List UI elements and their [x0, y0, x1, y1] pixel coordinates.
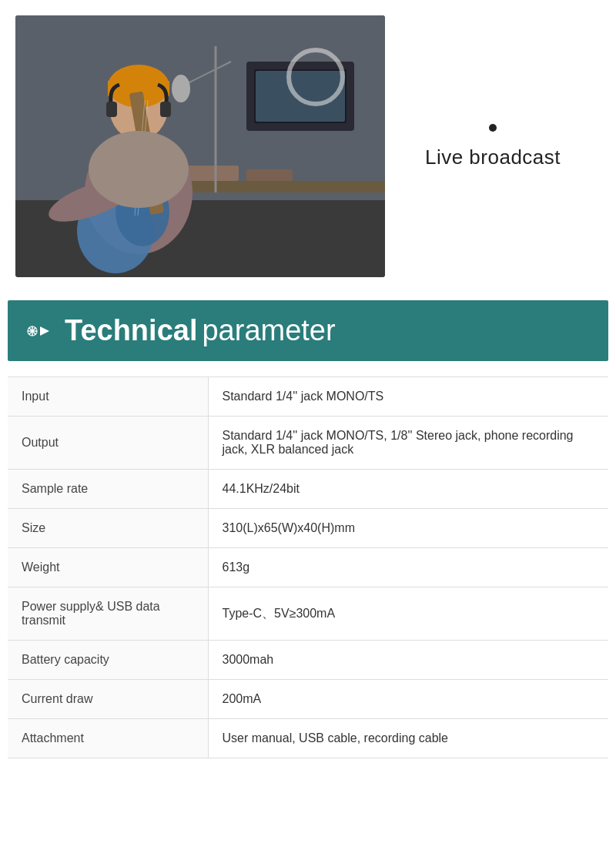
param-label: Attachment [8, 719, 208, 758]
table-row: Power supply& USB data transmitType-C、5V… [8, 587, 608, 641]
param-value: 3000mah [208, 641, 608, 680]
table-row: Weight613g [8, 548, 608, 587]
param-table-wrapper: InputStandard 1/4'' jack MONO/TSOutputSt… [8, 376, 608, 758]
table-row: Battery capacity3000mah [8, 641, 608, 680]
tech-header-text: Technicalparameter [65, 314, 336, 347]
param-label: Current draw [8, 680, 208, 719]
tech-bold-title: Technical [65, 314, 197, 346]
table-row: AttachmentUser manual, USB cable, record… [8, 719, 608, 758]
tech-regular-subtitle: parameter [202, 314, 335, 346]
param-value: Type-C、5V≥300mA [208, 587, 608, 641]
param-label: Sample rate [8, 470, 208, 509]
param-label: Weight [8, 548, 208, 587]
param-value: Standard 1/4'' jack MONO/TS, 1/8'' Stere… [208, 417, 608, 470]
table-row: Size310(L)x65(W)x40(H)mm [8, 509, 608, 548]
param-label: Battery capacity [8, 641, 208, 680]
table-row: InputStandard 1/4'' jack MONO/TS [8, 377, 608, 417]
param-label: Input [8, 377, 208, 417]
svg-rect-18 [160, 102, 171, 117]
right-panel: Live broadcast [385, 109, 601, 185]
svg-rect-17 [106, 102, 117, 117]
svg-point-25 [89, 131, 189, 208]
param-value: Standard 1/4'' jack MONO/TS [208, 377, 608, 417]
table-row: Current draw200mA [8, 680, 608, 719]
table-row: OutputStandard 1/4'' jack MONO/TS, 1/8''… [8, 417, 608, 470]
param-value: 310(L)x65(W)x40(H)mm [208, 509, 608, 548]
param-value: 613g [208, 548, 608, 587]
hero-photo [15, 15, 385, 277]
svg-point-11 [172, 75, 190, 102]
live-broadcast-label: Live broadcast [425, 146, 561, 169]
param-table: InputStandard 1/4'' jack MONO/TSOutputSt… [8, 376, 608, 758]
param-value: User manual, USB cable, recording cable [208, 719, 608, 758]
param-value: 44.1KHz/24bit [208, 470, 608, 509]
bullet-dot [489, 124, 497, 132]
top-section: Live broadcast [0, 0, 616, 300]
param-value: 200mA [208, 680, 608, 719]
tech-header-bar: Technicalparameter [8, 300, 608, 361]
svg-rect-8 [246, 169, 293, 181]
svg-marker-31 [40, 326, 49, 336]
param-label: Size [8, 509, 208, 548]
table-row: Sample rate44.1KHz/24bit [8, 470, 608, 509]
tech-icon [26, 317, 54, 345]
svg-rect-6 [169, 181, 385, 192]
param-label: Power supply& USB data transmit [8, 587, 208, 641]
param-label: Output [8, 417, 208, 470]
